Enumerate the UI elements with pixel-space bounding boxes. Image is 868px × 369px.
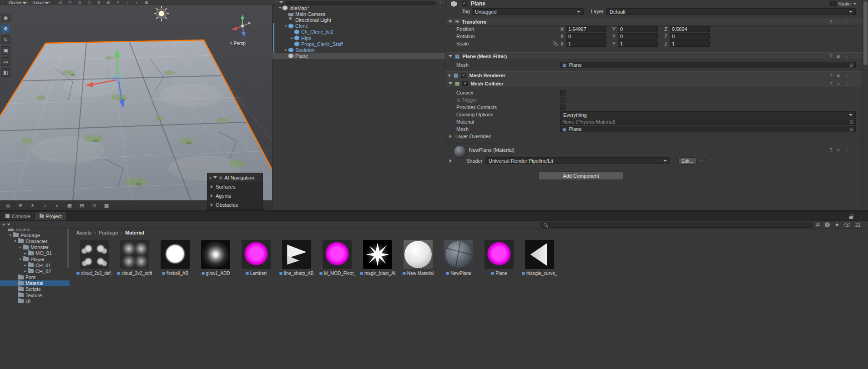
component-enabled-checkbox[interactable] [462, 81, 468, 86]
project-folder-texture[interactable]: Texture [0, 292, 70, 298]
project-search-input[interactable] [540, 222, 813, 228]
hierarchy-item-props-cleric-staff[interactable]: Props_Cleric_Staff [272, 41, 445, 47]
hierarchy-item-skeleton[interactable]: ▸Skeleton [272, 47, 445, 53]
expand-arrow[interactable]: ▾ [283, 24, 288, 28]
ai-nav-row-surfaces[interactable]: Surfaces [207, 182, 262, 191]
mesh-filter-component-header[interactable]: ▦ Plane (Mesh Filter) ?≡⋮ [445, 52, 862, 60]
asset-newplane[interactable]: NewPlane [440, 240, 477, 276]
asset-magic-blast-add[interactable]: magic_blast_ADD [359, 240, 396, 276]
presets-icon[interactable]: ≡ [837, 54, 840, 60]
ai-nav-row-agents[interactable]: Agents [207, 191, 262, 200]
object-picker-icon[interactable]: ⊙ [849, 62, 853, 68]
info-icon[interactable]: ! [825, 222, 830, 227]
convex-checkbox[interactable] [560, 90, 565, 95]
rotate-snap-icon[interactable]: ◎ [86, 0, 92, 5]
transform-component-header[interactable]: ⊕ Transform ?≡⋮ [445, 18, 862, 25]
scale-x-field[interactable]: 1 [566, 40, 606, 47]
scale-tool[interactable]: ▣ [1, 46, 10, 55]
presets-icon[interactable]: ≡ [837, 73, 840, 79]
expand-arrow[interactable]: ▾ [18, 257, 23, 261]
shader-menu-icon[interactable]: ≡ [700, 158, 703, 164]
audio-icon[interactable]: ♪ [125, 0, 131, 5]
collider-mesh-object-field[interactable]: ▦ Plane ⊙ [560, 126, 856, 132]
tool-handle-icon[interactable]: ▤ [58, 0, 64, 5]
breadcrumb-item-material[interactable]: Material [125, 230, 144, 235]
kebab-menu-icon[interactable]: ⋮ [844, 147, 849, 153]
view-tool[interactable]: ◉ [1, 14, 10, 22]
component-enabled-checkbox[interactable] [461, 73, 466, 78]
breadcrumb-item-package[interactable]: Package [99, 230, 118, 235]
mesh-collider-component-header[interactable]: ▦ Mesh Collider ?≡⋮ [445, 80, 862, 87]
hidden-count-eye-icon[interactable] [844, 223, 850, 227]
rotate-tool[interactable]: ↻ [1, 35, 10, 44]
constrain-proportions-icon[interactable] [553, 41, 558, 46]
kebab-menu-icon[interactable]: ⋮ [844, 54, 849, 60]
rotation-x-field[interactable]: 0 [566, 33, 606, 40]
help-icon[interactable]: ? [829, 19, 832, 25]
expand-arrow[interactable]: ▸ [23, 269, 28, 273]
overlay-menu-icon[interactable]: ▩ [144, 0, 150, 5]
shader-dropdown[interactable]: Universal Render Pipeline/Lit [485, 157, 670, 164]
drag-handle-icon[interactable]: = [209, 175, 212, 180]
tag-dropdown[interactable]: Untagged [472, 8, 584, 15]
create-object-button[interactable]: + [275, 0, 277, 5]
gizmo-2d-icon[interactable]: ⊞ [17, 203, 24, 209]
hierarchy-search-input[interactable] [285, 1, 436, 5]
expand-arrow[interactable]: ▾ [18, 245, 23, 249]
add-component-button[interactable]: Add Component [539, 171, 623, 180]
expand-arrow[interactable]: ▸ [23, 263, 28, 267]
foldout-arrow[interactable] [449, 74, 451, 77]
foldout-arrow[interactable] [449, 82, 452, 85]
object-picker-icon[interactable]: ⊙ [849, 126, 853, 132]
expand-arrow[interactable]: ▾ [8, 233, 13, 237]
hierarchy-item-plane[interactable]: Plane [272, 53, 445, 59]
active-checkbox[interactable] [462, 1, 467, 6]
scale-y-field[interactable]: 1 [618, 40, 658, 47]
grid-visibility-icon[interactable]: ◫ [67, 0, 73, 5]
hierarchy-item-directional-light[interactable]: Directional Light [272, 17, 445, 23]
scale-z-field[interactable]: 1 [670, 40, 710, 47]
expand-arrow[interactable]: ▾ [278, 6, 283, 10]
scrollbar-thumb[interactable] [863, 1, 868, 65]
gizmos-menu-icon[interactable]: ▩ [103, 203, 110, 209]
draw-mode-icon[interactable]: ◎ [5, 203, 12, 209]
static-dropdown-icon[interactable] [853, 3, 857, 5]
tab-project[interactable]: Project [35, 212, 66, 220]
asset-lambert[interactable]: Lambert [238, 240, 274, 276]
layer-overrides-row[interactable]: Layer Overrides [445, 133, 862, 140]
foldout-arrow[interactable] [449, 135, 452, 138]
lighting-toggle-icon[interactable]: ☀ [29, 203, 36, 209]
provides-contacts-checkbox[interactable] [560, 105, 565, 110]
kebab-menu-icon[interactable]: ⋮ [844, 81, 849, 87]
asset-new-material[interactable]: New Material [400, 240, 436, 276]
move-tool[interactable]: ⊕ [1, 25, 10, 33]
collapse-icon[interactable] [213, 176, 217, 179]
transform-tool[interactable]: ◧ [1, 68, 10, 77]
project-folder-ch-02[interactable]: ▸CH_02 [0, 268, 70, 274]
tree-scrollbar-thumb[interactable] [67, 227, 69, 268]
foldout-arrow[interactable] [449, 159, 452, 163]
hierarchy-item-ch-cleric-lvl2[interactable]: Ch_Cleric_lvl2 [272, 29, 445, 35]
ai-navigation-header[interactable]: = ◎ AI Navigation [207, 173, 262, 182]
presets-icon[interactable]: ≡ [837, 147, 840, 153]
asset-glow1-add[interactable]: glow1_ADD [197, 240, 234, 276]
mesh-object-field[interactable]: ▦ Plane ⊙ [560, 62, 856, 68]
project-folder-mo-01[interactable]: ▸MO_01 [0, 250, 70, 256]
help-icon[interactable]: ? [829, 54, 832, 60]
search-scene-icon[interactable]: ⊙ [91, 203, 98, 209]
grid-toggle-icon[interactable]: ▤ [78, 203, 86, 209]
create-asset-button[interactable]: + [2, 221, 10, 228]
mesh-renderer-component-header[interactable]: ▦ Mesh Renderer ?≡⋮ [445, 71, 862, 79]
asset-m-mod-floor[interactable]: M_MOD_Floor_... [319, 240, 355, 276]
expand-arrow[interactable] [211, 185, 213, 189]
asset-plane[interactable]: Plane [481, 240, 517, 276]
project-folder-scripts[interactable]: Scripts [0, 286, 70, 292]
lighting-icon[interactable]: ☀ [115, 0, 121, 5]
help-icon[interactable]: ? [829, 81, 832, 87]
kebab-menu-icon[interactable]: ⋮ [844, 19, 849, 25]
effects-icon[interactable]: ◐ [134, 0, 140, 5]
rect-tool[interactable]: ▭ [1, 57, 10, 66]
import-activity-icon[interactable]: ⇄ [816, 222, 820, 228]
layer-dropdown[interactable]: Default [606, 8, 856, 15]
shader-edit-button[interactable]: Edit... [678, 157, 696, 165]
